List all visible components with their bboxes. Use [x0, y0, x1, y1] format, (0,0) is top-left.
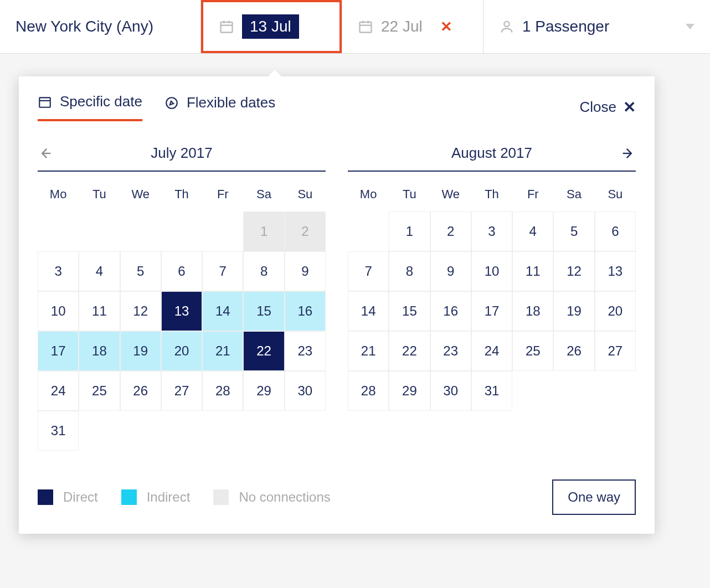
day-empty — [38, 212, 79, 251]
day-cell[interactable]: 2 — [430, 212, 471, 251]
day-cell[interactable]: 18 — [79, 331, 120, 371]
day-cell[interactable]: 26 — [553, 331, 594, 371]
chevron-down-icon — [686, 24, 694, 29]
day-of-week-header: We — [120, 182, 161, 212]
day-cell[interactable]: 15 — [389, 291, 430, 331]
day-cell[interactable]: 8 — [389, 251, 430, 291]
day-empty — [348, 212, 389, 251]
day-cell[interactable]: 16 — [285, 291, 326, 331]
day-cell[interactable]: 23 — [430, 331, 471, 371]
day-cell[interactable]: 7 — [202, 251, 243, 291]
day-cell[interactable]: 13 — [595, 251, 636, 291]
day-cell[interactable]: 3 — [471, 212, 512, 251]
day-cell[interactable]: 23 — [285, 331, 326, 371]
day-cell[interactable]: 28 — [202, 371, 243, 411]
day-cell[interactable]: 27 — [161, 371, 202, 411]
day-cell[interactable]: 31 — [471, 371, 512, 411]
day-cell[interactable]: 5 — [120, 251, 161, 291]
legend-swatch-direct — [38, 489, 53, 505]
day-cell: 1 — [243, 212, 284, 251]
day-cell[interactable]: 13 — [161, 291, 202, 331]
day-cell[interactable]: 19 — [120, 331, 161, 371]
day-cell[interactable]: 28 — [348, 371, 389, 411]
day-cell[interactable]: 1 — [389, 212, 430, 251]
day-empty — [79, 411, 120, 451]
day-cell[interactable]: 9 — [285, 251, 326, 291]
tab-specific-date[interactable]: Specific date — [38, 93, 142, 121]
day-cell[interactable]: 25 — [512, 331, 553, 371]
next-month-button[interactable] — [620, 146, 636, 161]
city-value: New York City (Any) — [16, 18, 153, 35]
day-cell[interactable]: 4 — [512, 212, 553, 251]
day-cell[interactable]: 8 — [243, 251, 284, 291]
month-title: July 2017 — [151, 145, 212, 162]
day-cell[interactable]: 19 — [553, 291, 594, 331]
prev-month-button[interactable] — [38, 146, 53, 161]
day-cell[interactable]: 9 — [430, 251, 471, 291]
day-cell[interactable]: 3 — [38, 251, 79, 291]
day-cell[interactable]: 11 — [512, 251, 553, 291]
return-date-field[interactable]: 22 Jul ✕ — [342, 0, 483, 53]
day-cell[interactable]: 27 — [595, 331, 636, 371]
city-field[interactable]: New York City (Any) — [0, 0, 200, 53]
day-cell[interactable]: 24 — [38, 371, 79, 411]
day-cell[interactable]: 4 — [79, 251, 120, 291]
day-cell[interactable]: 11 — [79, 291, 120, 331]
passengers-field[interactable]: 1 Passenger — [483, 0, 710, 53]
depart-date-field[interactable]: 13 Jul — [201, 0, 342, 53]
day-cell[interactable]: 12 — [553, 251, 594, 291]
day-empty — [79, 212, 120, 251]
clear-return-icon[interactable]: ✕ — [440, 18, 452, 35]
legend-swatch-none — [213, 489, 229, 505]
day-cell[interactable]: 21 — [202, 331, 243, 371]
day-cell[interactable]: 30 — [285, 371, 326, 411]
day-cell[interactable]: 21 — [348, 331, 389, 371]
day-cell[interactable]: 12 — [120, 291, 161, 331]
day-cell[interactable]: 15 — [243, 291, 284, 331]
day-cell[interactable]: 24 — [471, 331, 512, 371]
day-empty — [202, 411, 243, 451]
svg-point-8 — [504, 22, 509, 27]
day-cell[interactable]: 6 — [161, 251, 202, 291]
day-empty — [161, 411, 202, 451]
day-cell[interactable]: 30 — [430, 371, 471, 411]
passengers-value: 1 Passenger — [522, 18, 609, 35]
day-cell[interactable]: 14 — [202, 291, 243, 331]
close-icon: ✕ — [623, 98, 636, 116]
day-cell[interactable]: 5 — [553, 212, 594, 251]
svg-rect-0 — [221, 22, 233, 33]
day-cell[interactable]: 17 — [471, 291, 512, 331]
month-july: July 2017 MoTuWeThFrSaSu1234567891011121… — [38, 145, 326, 451]
day-cell[interactable]: 7 — [348, 251, 389, 291]
day-cell[interactable]: 20 — [161, 331, 202, 371]
day-cell[interactable]: 29 — [389, 371, 430, 411]
one-way-button[interactable]: One way — [552, 479, 636, 515]
return-date-value: 22 Jul — [381, 18, 423, 35]
day-cell[interactable]: 22 — [389, 331, 430, 371]
compass-icon — [164, 96, 179, 110]
day-cell[interactable]: 10 — [38, 291, 79, 331]
day-cell[interactable]: 14 — [348, 291, 389, 331]
calendar-icon — [219, 19, 234, 34]
close-button[interactable]: Close ✕ — [580, 98, 636, 116]
date-mode-tabs: Specific date Flexible dates Close ✕ — [38, 93, 636, 121]
day-cell[interactable]: 20 — [595, 291, 636, 331]
day-cell[interactable]: 16 — [430, 291, 471, 331]
day-cell[interactable]: 25 — [79, 371, 120, 411]
day-of-week-header: Su — [595, 182, 636, 212]
day-empty — [120, 411, 161, 451]
day-cell[interactable]: 10 — [471, 251, 512, 291]
tab-flexible-dates[interactable]: Flexible dates — [164, 94, 275, 120]
day-cell[interactable]: 17 — [38, 331, 79, 371]
day-cell[interactable]: 31 — [38, 411, 79, 451]
day-cell[interactable]: 22 — [243, 331, 284, 371]
day-of-week-header: Mo — [38, 182, 79, 212]
day-of-week-header: Sa — [243, 182, 284, 212]
day-cell[interactable]: 26 — [120, 371, 161, 411]
day-cell[interactable]: 29 — [243, 371, 284, 411]
day-cell[interactable]: 6 — [595, 212, 636, 251]
tab-label: Specific date — [60, 93, 142, 110]
day-empty — [161, 212, 202, 251]
day-empty — [285, 411, 326, 451]
day-cell[interactable]: 18 — [512, 291, 553, 331]
